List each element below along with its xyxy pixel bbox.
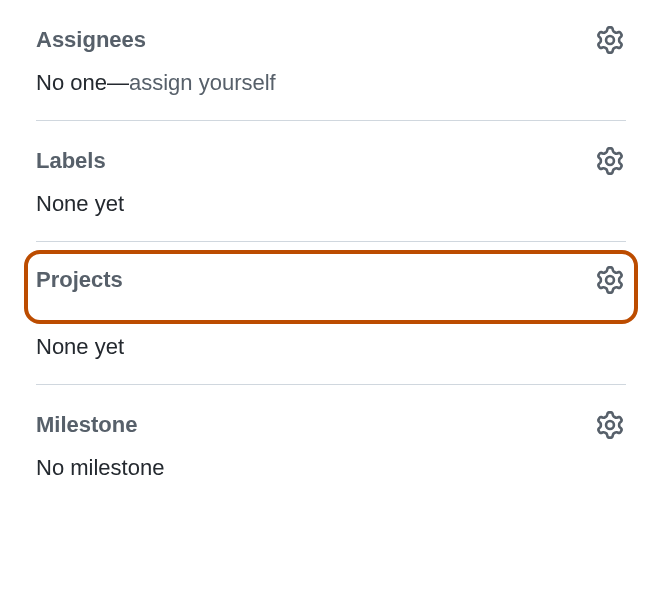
assignees-settings-button[interactable] [594, 24, 626, 56]
milestone-title: Milestone [36, 412, 137, 438]
milestone-settings-button[interactable] [594, 409, 626, 441]
labels-header: Labels [36, 145, 626, 177]
assignees-no-one-text: No one— [36, 70, 129, 95]
projects-settings-button[interactable] [594, 264, 626, 296]
projects-header: Projects [36, 264, 626, 296]
gear-icon [596, 26, 624, 54]
issue-sidebar: Assignees No one—assign yourself Labels … [0, 0, 662, 505]
assignees-title: Assignees [36, 27, 146, 53]
assignees-header: Assignees [36, 24, 626, 56]
gear-icon [596, 411, 624, 439]
projects-highlight-outline: Projects [24, 250, 638, 324]
milestone-section: Milestone No milestone [36, 384, 626, 505]
gear-icon [596, 147, 624, 175]
labels-title: Labels [36, 148, 106, 174]
gear-icon [596, 266, 624, 294]
assignees-section: Assignees No one—assign yourself [36, 0, 626, 120]
milestone-header: Milestone [36, 409, 626, 441]
labels-settings-button[interactable] [594, 145, 626, 177]
labels-section: Labels None yet [36, 120, 626, 241]
assign-yourself-link[interactable]: assign yourself [129, 70, 276, 95]
milestone-value: No milestone [36, 455, 626, 481]
projects-section: Projects None yet [36, 241, 626, 384]
labels-value: None yet [36, 191, 626, 217]
projects-title: Projects [36, 267, 123, 293]
projects-value: None yet [36, 334, 626, 360]
assignees-value: No one—assign yourself [36, 70, 626, 96]
